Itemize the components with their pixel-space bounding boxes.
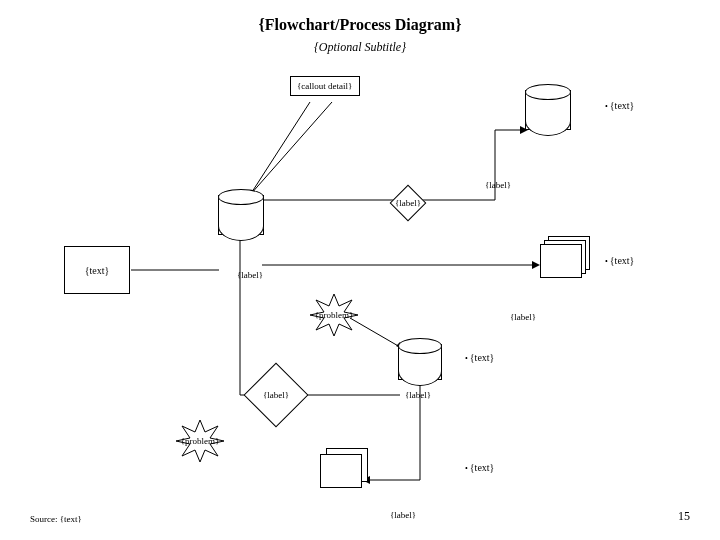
label-3: {label}: [237, 270, 263, 280]
burst-problem-2: {problem}: [174, 418, 226, 464]
side-text: {text}: [85, 265, 110, 276]
cylinder-top-right: [525, 90, 571, 130]
label-4: {label}: [510, 312, 536, 322]
label-7: {label}: [390, 510, 416, 520]
diamond-large-label: {label}: [263, 390, 289, 400]
callout-detail: {callout detail}: [290, 76, 360, 96]
diamond-large: {label}: [243, 362, 308, 427]
diagram-title: {Flowchart/Process Diagram}: [0, 16, 720, 34]
diagram-subtitle: {Optional Subtitle}: [0, 40, 720, 55]
cylinder-center: [398, 344, 442, 380]
page-number: 15: [678, 509, 690, 524]
bullet-text-2: {text}: [605, 255, 634, 266]
diamond-small-label: {label}: [395, 198, 421, 208]
svg-line-1: [250, 102, 332, 195]
burst-problem-1: {problem}: [308, 292, 360, 338]
svg-line-0: [250, 102, 310, 195]
side-text-box: {text}: [64, 246, 130, 294]
burst-2-text: {problem}: [181, 436, 220, 446]
cylinder-mid-left: [218, 195, 264, 235]
diamond-small: {label}: [390, 185, 427, 222]
source-text: Source: {text}: [30, 514, 82, 524]
bullet-text-3: {text}: [465, 352, 494, 363]
bullet-text-4: {text}: [465, 462, 494, 473]
callout-text: {callout detail}: [297, 81, 352, 91]
svg-marker-10: [532, 261, 540, 269]
burst-1-text: {problem}: [315, 310, 354, 320]
bullet-text-1: {text}: [605, 100, 634, 111]
label-1: {label}: [485, 180, 511, 190]
label-5: {label}: [405, 390, 431, 400]
